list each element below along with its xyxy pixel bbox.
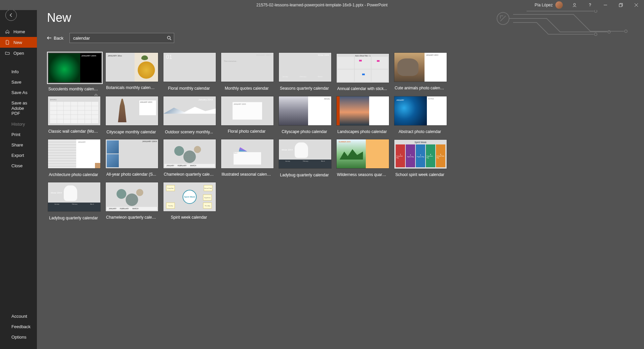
template-tile[interactable]: JANUARY 20XXFloral photo calendar [220, 95, 273, 134]
restore-button[interactable] [613, 0, 629, 10]
template-label: Cute animals photo calendar [393, 86, 446, 90]
template-tile[interactable]: Landscapes photo calendar [336, 95, 389, 134]
search-back-link[interactable]: Back [47, 36, 63, 41]
main-area: New Back JANUARY 20XXSucculents monthly … [37, 0, 644, 349]
nav-options[interactable]: Options [0, 332, 37, 342]
coming-soon-icon[interactable] [567, 0, 582, 10]
nav-print[interactable]: Print [0, 129, 37, 140]
backstage-nav: Home New Open Info Save Save As Save as … [0, 0, 37, 349]
template-tile[interactable]: JANUARYFEBRUARYMARCHChameleon quarterly … [105, 181, 158, 220]
template-tile[interactable]: JANUARY 20XXThis is tomorrow...Monthly q… [220, 52, 273, 91]
template-thumb [336, 138, 390, 169]
search-back-label: Back [54, 36, 63, 41]
nav-feedback[interactable]: Feedback [0, 321, 37, 332]
template-label: Cityscape monthly calendar [105, 130, 158, 134]
template-tile[interactable]: Winter 20XXJanuaryFebruaryMarchSeasons q… [278, 52, 331, 91]
template-tile[interactable]: January 20XXOutdoor scenery monthly... [162, 95, 215, 134]
template-label: Cityscape photo calendar [278, 129, 331, 134]
nav-home-label: Home [13, 29, 25, 34]
nav-history: History [0, 119, 37, 129]
nav-save-adobe-pdf[interactable]: Save as Adobe PDF [0, 98, 37, 119]
template-thumb: NOTES [393, 95, 448, 126]
template-label: Outdoor scenery monthly... [162, 130, 215, 134]
template-tile[interactable]: januaryClassic wall calendar (Mon-... [47, 95, 100, 134]
template-label: Architecture photo calendar [47, 172, 100, 177]
template-label: Ladybug quarterly calendar [47, 216, 100, 220]
template-thumb [336, 95, 390, 126]
template-label: Spirit week calendar [162, 215, 215, 220]
template-tile[interactable]: MarchIllustrated seasonal calenda... [220, 138, 273, 177]
template-label: Chameleon quarterly calen... [162, 172, 215, 177]
svg-point-11 [167, 36, 170, 39]
nav-export[interactable]: Export [0, 150, 37, 161]
template-tile[interactable]: JANUARY 20XXCute animals photo calendar [393, 52, 446, 91]
template-thumb: JANUARY 20xx [105, 52, 159, 83]
template-thumb: January 20XX [162, 95, 217, 126]
nav-close[interactable]: Close [0, 161, 37, 171]
template-tile[interactable]: JANUARY 20XXAll-year photo calendar (S..… [105, 138, 158, 177]
template-label: Monthly quotes calendar [220, 86, 273, 91]
nav-save-as[interactable]: Save As [0, 87, 37, 98]
search-row: Back [47, 33, 644, 43]
template-tile[interactable]: JANUARYFEBRUARYMARCHChameleon quarterly … [162, 138, 215, 177]
template-grid: JANUARY 20XXSucculents monthly calendarJ… [47, 52, 456, 220]
template-thumb: JANUARY 20XX [393, 52, 448, 83]
nav-home[interactable]: Home [0, 26, 37, 37]
template-label: Chameleon quarterly calen... [105, 215, 158, 220]
open-icon [5, 50, 10, 56]
template-thumb: JANUARY 20XX [105, 95, 159, 126]
nav-share[interactable]: Share [0, 140, 37, 150]
template-tile[interactable]: JANUARY 20xxBotanicals monthly calendar [105, 52, 158, 91]
home-icon [5, 29, 10, 34]
template-label: Botanicals monthly calendar [105, 85, 158, 90]
svg-rect-3 [619, 4, 622, 7]
template-thumb: Add a Show Title – 1 [336, 53, 390, 84]
template-tile[interactable]: Wilderness seasons quarter... [336, 138, 389, 177]
help-icon[interactable]: ? [582, 0, 598, 10]
page-title: New [47, 11, 644, 25]
titlebar-controls: Pía López ? [532, 0, 644, 10]
nav-new[interactable]: New [0, 37, 37, 48]
template-tile[interactable]: JANUARY 20XXSucculents monthly calendar [47, 52, 100, 91]
nav-open[interactable]: Open [0, 48, 37, 58]
back-button[interactable] [5, 9, 17, 21]
template-thumb [162, 52, 217, 83]
template-thumb: JANUARY 20XX [105, 138, 159, 169]
close-button[interactable] [629, 0, 644, 10]
template-search-input[interactable] [69, 33, 174, 43]
nav-account[interactable]: Account [0, 311, 37, 321]
template-tile[interactable]: JANUARYArchitecture photo calendar [47, 138, 100, 177]
svg-point-0 [574, 3, 576, 5]
template-tile[interactable]: Floral monthly calendar [162, 52, 215, 91]
user-avatar[interactable] [555, 1, 563, 9]
template-thumb: Spirit Week1Crazy Hair Day2Sports Day3Pa… [393, 139, 448, 170]
template-label: Illustrated seasonal calenda... [220, 172, 273, 177]
template-thumb: JANUARYFEBRUARYMARCH [162, 138, 217, 169]
nav-info[interactable]: Info [0, 67, 37, 77]
template-thumb: January [278, 95, 332, 126]
template-thumb: january [47, 95, 101, 126]
template-label: Classic wall calendar (Mon-... [47, 129, 100, 134]
template-thumb: March [220, 138, 275, 169]
template-thumb: Winter 20XXJanuaryFebruaryMarch [278, 138, 332, 169]
user-name[interactable]: Pía López [532, 3, 555, 7]
template-tile[interactable]: Winter 20XXJanuaryFebruaryMarchLadybug q… [47, 181, 100, 220]
template-thumb: JANUARYFEBRUARYMARCH [105, 181, 159, 212]
template-label: Ladybug quarterly calendar [278, 173, 331, 177]
template-tile[interactable]: Winter 20XXJanuaryFebruaryMarchLadybug q… [278, 138, 331, 177]
template-tile[interactable]: Spirit WeekCrazy HairSchool PrideTuesday… [162, 181, 215, 220]
search-icon [167, 36, 171, 40]
title-bar: 21575-02-lessons-learned-powerpoint-temp… [0, 0, 644, 10]
template-label: Floral monthly calendar [162, 86, 215, 91]
template-label: Abstract photo calendar [393, 129, 446, 134]
nav-save[interactable]: Save [0, 77, 37, 87]
minimize-button[interactable] [598, 0, 613, 10]
search-button[interactable] [164, 33, 174, 43]
svg-line-12 [170, 39, 171, 40]
template-tile[interactable]: Spirit Week1Crazy Hair Day2Sports Day3Pa… [393, 138, 446, 177]
template-tile[interactable]: JANUARY 20XXCityscape monthly calendar [105, 95, 158, 134]
template-tile[interactable]: JanuaryCityscape photo calendar [278, 95, 331, 134]
template-thumb: Spirit WeekCrazy HairSchool PrideTuesday… [162, 181, 217, 212]
template-tile[interactable]: Add a Show Title – 1Annual calendar with… [336, 52, 389, 91]
template-tile[interactable]: NOTESAbstract photo calendar [393, 95, 446, 134]
